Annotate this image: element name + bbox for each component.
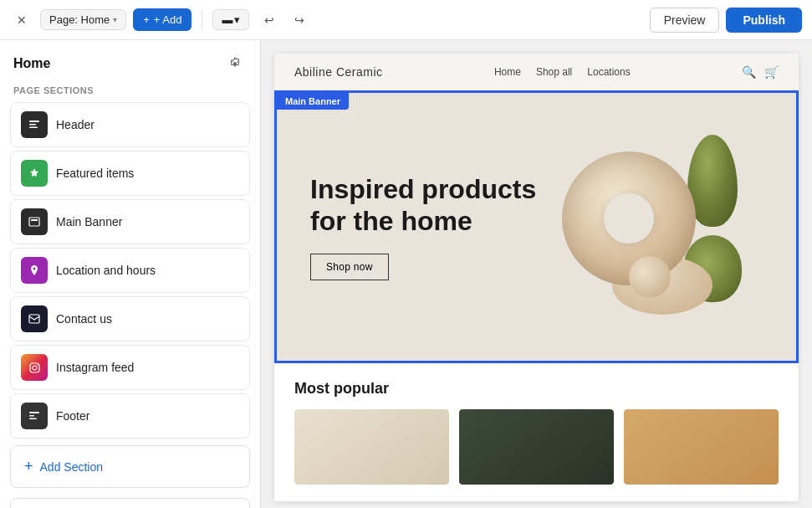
sidebar-item-featured[interactable]: Featured items bbox=[10, 151, 250, 196]
location-section-icon bbox=[21, 257, 48, 284]
add-button-label: + Add bbox=[154, 13, 182, 26]
svg-rect-2 bbox=[29, 127, 38, 129]
banner-image-area bbox=[537, 118, 763, 336]
undo-redo-group: ↩ ↪ bbox=[256, 7, 313, 33]
svg-rect-0 bbox=[29, 121, 39, 122]
main-layout: Home PAGE SECTIONS Header Featured items bbox=[0, 40, 812, 508]
add-section-plus-icon: + bbox=[24, 458, 33, 475]
sidebar-item-banner[interactable]: Main Banner bbox=[10, 199, 250, 244]
svg-rect-9 bbox=[29, 412, 39, 413]
sidebar-item-banner-label: Main Banner bbox=[56, 215, 122, 228]
nav-links: Home Shop all Locations bbox=[494, 66, 631, 78]
header-section-icon bbox=[21, 111, 48, 138]
chevron-down-icon: ▾ bbox=[234, 13, 240, 26]
product-image-1 bbox=[294, 409, 449, 485]
canvas-area[interactable]: Abiline Ceramic Home Shop all Locations … bbox=[261, 40, 812, 508]
featured-section-icon bbox=[21, 160, 48, 187]
section-list: Header Featured items Main Banner Locati… bbox=[0, 102, 260, 439]
sidebar-header: Home bbox=[0, 40, 260, 82]
sidebar: Home PAGE SECTIONS Header Featured items bbox=[0, 40, 261, 508]
sidebar-item-location[interactable]: Location and hours bbox=[10, 248, 250, 293]
nav-link-shop[interactable]: Shop all bbox=[536, 66, 572, 78]
svg-rect-3 bbox=[29, 218, 39, 226]
sidebar-item-footer-label: Footer bbox=[56, 409, 89, 423]
svg-rect-5 bbox=[29, 315, 39, 323]
svg-rect-11 bbox=[29, 418, 37, 420]
close-button[interactable]: ✕ bbox=[10, 8, 33, 32]
cart-icon[interactable]: 🛒 bbox=[764, 65, 779, 79]
banner-section[interactable]: Main Banner Inspired products for the ho… bbox=[274, 90, 799, 363]
site-brand: Abiline Ceramic bbox=[294, 65, 383, 79]
sidebar-item-footer[interactable]: Footer bbox=[10, 393, 250, 439]
site-nav: Abiline Ceramic Home Shop all Locations … bbox=[274, 54, 799, 90]
contact-section-icon bbox=[21, 305, 48, 332]
preview-button[interactable]: Preview bbox=[650, 8, 720, 33]
product-image-3 bbox=[624, 409, 779, 485]
settings-icon[interactable] bbox=[223, 52, 247, 75]
add-section-button[interactable]: + Add Section bbox=[10, 445, 250, 488]
svg-point-7 bbox=[33, 366, 37, 370]
page-selector[interactable]: Page: Home ▾ bbox=[40, 9, 126, 30]
banner-label: Main Banner bbox=[277, 93, 349, 110]
svg-rect-10 bbox=[29, 415, 34, 417]
publish-button[interactable]: Publish bbox=[726, 8, 802, 33]
banner-headline: Inspired products for the home bbox=[310, 173, 537, 238]
svg-rect-4 bbox=[31, 219, 38, 221]
add-button[interactable]: + + Add bbox=[133, 8, 192, 31]
nav-link-locations[interactable]: Locations bbox=[587, 66, 630, 78]
popular-title: Most popular bbox=[294, 380, 779, 398]
svg-point-8 bbox=[37, 364, 38, 365]
product-card-3[interactable] bbox=[624, 409, 779, 485]
donut-decoration bbox=[562, 151, 696, 285]
undo-button[interactable]: ↩ bbox=[256, 7, 283, 33]
product-grid bbox=[294, 409, 779, 485]
nav-icons: 🔍 🛒 bbox=[742, 65, 779, 79]
sidebar-item-instagram[interactable]: Instagram feed bbox=[10, 345, 250, 390]
svg-rect-1 bbox=[29, 124, 36, 126]
sidebar-item-contact-label: Contact us bbox=[56, 312, 112, 326]
redo-button[interactable]: ↪ bbox=[286, 7, 313, 33]
sidebar-item-header-label: Header bbox=[56, 118, 94, 131]
ball-decoration bbox=[629, 256, 671, 298]
nav-link-home[interactable]: Home bbox=[494, 66, 521, 78]
sidebar-item-header[interactable]: Header bbox=[10, 102, 250, 147]
sidebar-item-featured-label: Featured items bbox=[56, 167, 134, 180]
banner-content: Inspired products for the home Shop now bbox=[277, 93, 796, 361]
product-card-2[interactable] bbox=[459, 409, 614, 485]
banner-headline-line1: Inspired products bbox=[310, 174, 536, 204]
product-image-2 bbox=[459, 409, 614, 485]
search-icon[interactable]: 🔍 bbox=[742, 65, 756, 79]
banner-text: Inspired products for the home Shop now bbox=[310, 173, 537, 281]
device-selector[interactable]: ▬ ▾ bbox=[212, 9, 249, 30]
topbar: ✕ Page: Home ▾ + + Add ▬ ▾ ↩ ↪ Preview P… bbox=[0, 0, 812, 40]
sidebar-item-location-label: Location and hours bbox=[56, 264, 156, 277]
popular-section: Most popular bbox=[274, 363, 799, 501]
section-label: PAGE SECTIONS bbox=[0, 82, 260, 102]
canvas-frame: Abiline Ceramic Home Shop all Locations … bbox=[274, 54, 799, 501]
desktop-icon: ▬ bbox=[222, 13, 232, 26]
add-section-label: Add Section bbox=[40, 460, 104, 474]
instagram-section-icon bbox=[21, 354, 48, 381]
sidebar-item-contact[interactable]: Contact us bbox=[10, 296, 250, 341]
product-card-1[interactable] bbox=[294, 409, 449, 485]
plus-icon: + bbox=[143, 13, 150, 26]
page-selector-label: Page: Home bbox=[49, 13, 110, 26]
footer-section-icon bbox=[21, 403, 48, 429]
sidebar-item-instagram-label: Instagram feed bbox=[56, 361, 134, 374]
site-design-button[interactable]: Site design bbox=[10, 498, 250, 508]
banner-section-icon bbox=[21, 208, 48, 235]
shop-now-button[interactable]: Shop now bbox=[310, 254, 389, 280]
banner-headline-line2: for the home bbox=[310, 206, 472, 236]
sidebar-title: Home bbox=[13, 56, 50, 71]
divider bbox=[202, 10, 202, 30]
chevron-down-icon: ▾ bbox=[113, 15, 117, 24]
